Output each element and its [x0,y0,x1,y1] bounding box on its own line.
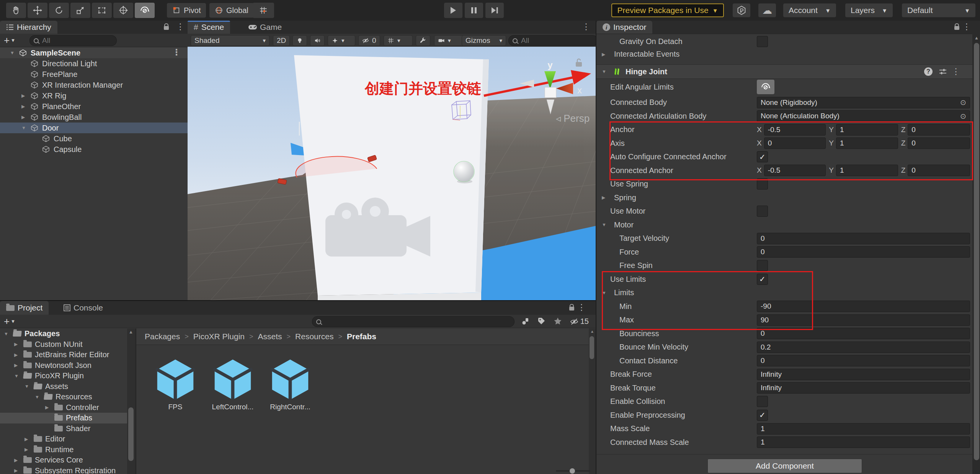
preview-packages-button[interactable]: Preview Packages in Use ▼ [611,3,724,17]
tab-game[interactable]: Game [242,21,288,34]
foldout-arrow-icon[interactable]: ▶ [21,93,31,98]
global-toggle-button[interactable]: Global [209,3,254,18]
hierarchy-item-xr-interaction-manager[interactable]: XR Interaction Manager [0,80,188,90]
object-picker-icon[interactable]: ⊙ [960,98,966,107]
project-folder-jetbrains-rider-editor[interactable]: ▶JetBrains Rider Editor [0,350,127,360]
value-field[interactable] [757,233,970,244]
cloud-services-button[interactable]: ☁ [758,3,776,17]
foldout-arrow-icon[interactable]: ▶ [14,458,23,463]
play-button[interactable] [444,3,462,18]
project-folder-shader[interactable]: Shader [0,423,127,434]
checkbox[interactable] [757,260,768,271]
value-field[interactable] [757,328,970,339]
hierarchy-item-door[interactable]: ▼Door [0,123,188,133]
foldout-arrow-icon[interactable]: ▶ [14,363,23,368]
tab-console[interactable]: Console [57,301,109,315]
hierarchy-item-bowlingball[interactable]: ▶BowlingBall [0,112,188,123]
foldout-arrow-icon[interactable]: ▶ [21,104,31,109]
sphere-object[interactable] [454,162,474,181]
checkbox[interactable] [757,178,768,190]
scroll-up-icon[interactable]: ▲ [972,35,980,41]
axis-x-field[interactable] [764,165,826,176]
asset-fps[interactable]: FPS [150,357,201,411]
grid-visibility-dropdown[interactable]: ▾ [384,35,413,46]
layout-dropdown[interactable]: Default ▼ [902,3,975,17]
axis-z-field[interactable] [908,165,970,176]
value-field[interactable] [757,246,970,258]
axis-x-field[interactable] [764,137,826,149]
foldout-arrow-icon[interactable]: ▼ [14,373,23,379]
axis-z-field[interactable] [908,137,970,149]
project-folder-custom-nunit[interactable]: ▶Custom NUnit [0,339,127,350]
hierarchy-item-cube[interactable]: Cube [0,133,188,144]
project-folder-runtime[interactable]: ▶Runtime [0,445,127,455]
asset-size-slider[interactable] [556,470,590,472]
object-picker-icon[interactable]: ⊙ [960,112,966,121]
foldout-interactable-events[interactable]: ▶Interactable Events [596,50,757,59]
draw-mode-dropdown[interactable]: Shaded ▾ [191,35,270,46]
foldout-arrow-icon[interactable]: ▶ [602,195,611,200]
scale-tool-button[interactable] [70,3,90,18]
value-field[interactable] [757,369,970,380]
scene-search-input[interactable] [520,36,594,45]
grid-snapping-button[interactable] [253,3,274,18]
create-asset-button[interactable]: + ▾ [4,316,15,326]
foldout-arrow-icon[interactable]: ▶ [45,405,54,410]
checkbox[interactable] [757,206,768,217]
foldout-arrow-icon[interactable]: ▼ [602,290,611,296]
value-field[interactable] [757,423,970,435]
axis-y-field[interactable] [836,165,898,176]
axis-x-field[interactable] [764,124,826,136]
scroll-up-icon[interactable]: ▲ [127,329,135,335]
transform-tool-button[interactable] [113,3,133,18]
lighting-toggle[interactable] [292,35,307,46]
tree-scrollbar[interactable]: ▲ [127,329,136,474]
hidden-objects-toggle[interactable]: 0 [358,35,380,46]
lock-icon[interactable] [164,26,169,30]
content-scrollbar[interactable]: ▲ [589,329,596,474]
hierarchy-search-input[interactable] [41,36,113,45]
edit-joint-angular-limits-tool-button[interactable] [135,3,155,18]
hidden-packages-counter[interactable]: 15 [570,317,589,326]
camera-settings-dropdown[interactable]: ▾ [434,35,464,46]
audio-toggle[interactable] [310,35,325,46]
add-component-button[interactable]: Add Component [707,459,862,473]
search-by-label-icon[interactable] [537,317,546,325]
asset-rightcontr[interactable]: RightContr... [265,357,315,411]
project-folder-subsystem-registration[interactable]: ▶Subsystem Registration [0,466,127,474]
foldout-arrow-icon[interactable]: ▼ [602,69,611,74]
hierarchy-item-directional-light[interactable]: Directional Light [0,58,188,69]
kebab-menu-icon[interactable]: ⋮ [172,48,181,57]
checkbox-checked[interactable]: ✓ [757,274,768,285]
kebab-menu-icon[interactable]: ⋮ [962,23,971,31]
foldout-arrow-icon[interactable]: ▶ [14,352,23,358]
value-field[interactable] [757,342,970,353]
hierarchy-item-xr-rig[interactable]: ▶XR Rig [0,90,188,101]
foldout-motor[interactable]: ▼Motor [596,221,757,229]
hierarchy-item-samplescene[interactable]: ▼SampleScene⋮ [0,47,188,58]
scene-viewport[interactable]: 创建门并设置铰链 y x ◃ Persp [188,47,596,300]
project-search-input[interactable] [324,317,510,326]
lock-icon[interactable] [954,26,959,30]
2d-toggle[interactable]: 2D [273,35,290,46]
foldout-arrow-icon[interactable]: ▼ [24,384,34,389]
checkbox-checked[interactable]: ✓ [757,410,768,421]
project-folder-controller[interactable]: ▶Controller [0,402,127,413]
breadcrumb-item-packages[interactable]: Packages [145,332,180,341]
step-button[interactable] [485,3,504,18]
rotate-tool-button[interactable] [49,3,69,18]
tab-hierarchy[interactable]: Hierarchy [0,21,57,34]
search-by-type-icon[interactable] [521,317,530,325]
hinge-joint-header[interactable]: ▼ Hinge Joint ? ⋮ [596,64,972,79]
breadcrumb-item-prefabs[interactable]: Prefabs [347,332,376,341]
tab-scene[interactable]: # Scene [188,21,230,34]
foldout-arrow-icon[interactable]: ▼ [21,125,31,131]
pause-button[interactable] [465,3,483,18]
project-folder-assets[interactable]: ▼Assets [0,381,127,392]
create-object-button[interactable]: + ▾ [4,35,15,45]
hierarchy-item-freeplane[interactable]: FreePlane [0,69,188,80]
value-field[interactable] [757,314,970,326]
foldout-arrow-icon[interactable]: ▼ [4,331,13,337]
scrollbar-thumb[interactable] [128,407,134,461]
help-icon[interactable]: ? [924,67,933,76]
